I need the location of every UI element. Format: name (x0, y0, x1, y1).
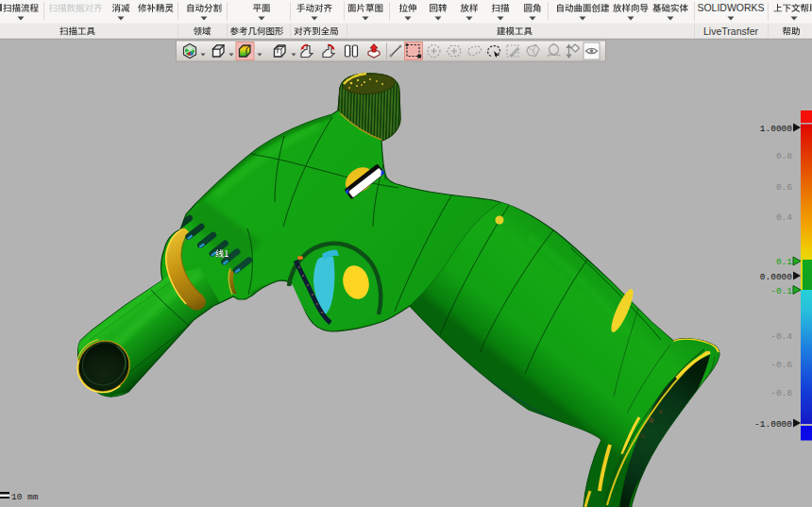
svg-text:0.1: 0.1 (776, 257, 792, 267)
svg-text:0.0000: 0.0000 (760, 272, 793, 282)
svg-text:-1.0000: -1.0000 (754, 419, 792, 430)
svg-text:0.4: 0.4 (776, 212, 792, 223)
svg-text:0.6: 0.6 (776, 182, 792, 193)
svg-text:-0.1: -0.1 (770, 286, 792, 296)
svg-text:0.8: 0.8 (776, 151, 792, 161)
svg-text:-0.4: -0.4 (770, 331, 792, 342)
svg-text:SOLIDWORKS: SOLIDWORKS (697, 2, 764, 13)
svg-text:1.0000: 1.0000 (760, 124, 793, 134)
svg-text:-0.8: -0.8 (770, 388, 792, 398)
svg-text:10 mm: 10 mm (11, 492, 39, 502)
svg-text:LiveTransfer: LiveTransfer (703, 25, 758, 37)
svg-text:-0.6: -0.6 (770, 360, 792, 370)
